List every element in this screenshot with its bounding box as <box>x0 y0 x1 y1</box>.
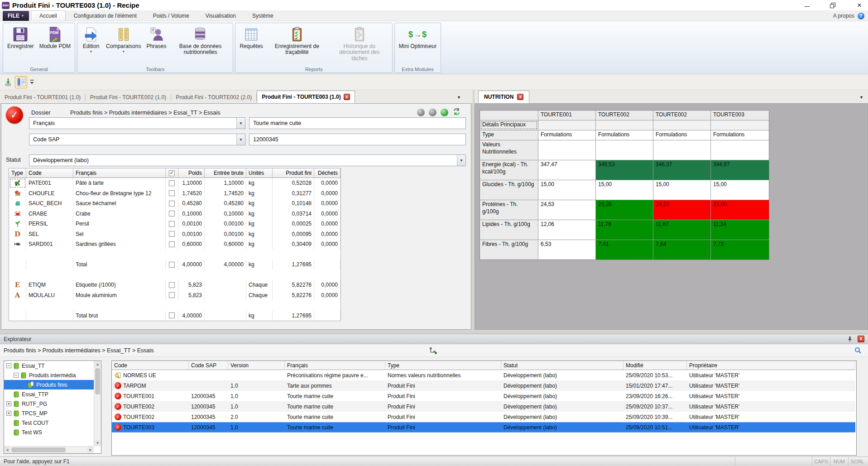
item-proprietaire[interactable]: Utilisateur 'MASTER' <box>687 391 855 401</box>
nutrition-value-cell[interactable]: 11,34 <box>711 220 769 240</box>
explorer-column-code[interactable]: Code <box>112 361 189 370</box>
item-francais[interactable]: Tourte marine cuite <box>285 422 385 432</box>
column-header-d-chets[interactable]: Déchets <box>314 168 340 178</box>
tree-item-test-cout[interactable]: Test COUT <box>4 418 94 428</box>
close-nutrition-tab-icon[interactable]: x <box>517 94 523 100</box>
item-proprietaire[interactable]: Utilisateur 'MASTER' <box>687 422 855 432</box>
item-version[interactable]: 1.0 <box>228 422 285 432</box>
item-proprietaire[interactable]: Utilisateur 'MASTER' <box>687 380 855 391</box>
nutrition-value-cell[interactable]: 347,47 <box>538 160 595 180</box>
item-code-sap[interactable]: 12000345 <box>189 391 228 401</box>
item-statut[interactable]: Développement (labo) <box>501 401 623 412</box>
nutrition-value-cell[interactable] <box>711 140 769 160</box>
help-icon[interactable]: ? <box>858 13 864 19</box>
nutrition-value-cell[interactable]: 15,00 <box>711 180 769 200</box>
nutrition-value-cell[interactable]: 15,00 <box>596 180 653 200</box>
nutrition-value-cell[interactable] <box>596 140 653 160</box>
nutrition-value-cell[interactable] <box>538 140 595 160</box>
item-statut[interactable]: Développement (labo) <box>501 370 623 380</box>
item-code-sap[interactable]: 12000345 <box>189 422 228 432</box>
row-checkbox[interactable] <box>169 221 175 227</box>
item-modifie[interactable]: 15/01/2020 17:47... <box>623 380 687 391</box>
item-type[interactable]: Produit Fini <box>385 380 501 391</box>
item-francais[interactable]: Tourte marine cuite <box>285 412 385 422</box>
menu-tab-accueil[interactable]: Accueil <box>31 10 66 21</box>
statut-combobox[interactable]: Développement (labo)▼ <box>29 154 466 166</box>
collapse-icon[interactable]: − <box>14 373 19 378</box>
explorer-column-fran-ais[interactable]: Français <box>285 361 385 370</box>
edition-button[interactable]: Edition▼ <box>79 24 103 67</box>
phrases-button[interactable]: Phrases <box>144 24 169 67</box>
nutrition-value-cell[interactable]: 7,41 <box>596 240 653 259</box>
grid-view-icon[interactable] <box>15 76 27 88</box>
item-francais[interactable]: Tarte aux pommes <box>285 380 385 391</box>
item-type[interactable]: Produit Fini <box>385 422 501 432</box>
nutrition-value-cell[interactable]: 15,00 <box>653 180 710 200</box>
code-sap-field[interactable]: 12000345 <box>249 134 466 145</box>
minimize-button[interactable] <box>803 2 811 9</box>
tab-list-dropdown-icon[interactable]: ▼ <box>457 95 461 100</box>
import-icon[interactable] <box>4 77 13 86</box>
chevron-down-icon[interactable]: ▼ <box>236 118 245 129</box>
item-type[interactable]: Normes valeurs nutritionnelles <box>385 370 501 380</box>
nutrition-value-cell[interactable]: 11,76 <box>596 220 653 240</box>
item-proprietaire[interactable]: Utilisateur 'MASTER' <box>687 370 855 380</box>
item-version[interactable]: 1.0 <box>228 380 285 391</box>
base-donnees-nutritionnelles-button[interactable]: Base de données nutritionnelles <box>169 24 231 67</box>
nutrition-value-cell[interactable]: 7,64 <box>653 240 710 259</box>
module-pdm-button[interactable]: PDMModule PDM <box>37 24 73 67</box>
item-code-sap[interactable]: 12000345 <box>189 401 228 412</box>
nutrition-value-cell[interactable]: Formulations <box>711 130 769 140</box>
menu-tab-poids-volume[interactable]: Poids / Volume <box>145 10 197 21</box>
column-header-code[interactable]: Code <box>26 168 73 178</box>
item-modifie[interactable]: 25/09/2020 10:39... <box>623 412 687 422</box>
nutrition-value-cell[interactable]: 7,72 <box>711 240 769 259</box>
toolbar-options-icon[interactable] <box>29 79 34 85</box>
row-checkbox[interactable] <box>169 282 175 288</box>
item-proprietaire[interactable]: Utilisateur 'MASTER' <box>687 412 855 422</box>
tree-item-produits-interm-dia[interactable]: −Produits intermédia <box>4 370 94 380</box>
tab-list-dropdown-icon[interactable]: ▼ <box>859 95 863 100</box>
item-francais[interactable]: Préconisations régime pauvre e... <box>285 370 385 380</box>
nutrition-value-cell[interactable] <box>711 120 769 130</box>
explorer-column-modifi[interactable]: Modifié <box>623 361 687 370</box>
nutrition-value-cell[interactable]: Formulations <box>596 130 653 140</box>
item-modifie[interactable]: 25/09/2020 10:53... <box>623 370 687 380</box>
scrollbar-thumb[interactable] <box>95 368 100 394</box>
about-link[interactable]: A propos <box>833 13 854 19</box>
search-icon[interactable] <box>854 346 862 356</box>
tree-item-produits-finis[interactable]: Produits finis <box>4 380 94 389</box>
nutrition-value-cell[interactable]: 25,35 <box>596 200 653 220</box>
column-header-type[interactable]: Type <box>9 168 26 178</box>
tree-vertical-scrollbar[interactable]: ▲ ▼ <box>94 361 101 446</box>
enregistrement-tracabilite-button[interactable]: Enregistrement de traçabilité <box>266 24 328 67</box>
status-sphere-icon[interactable] <box>429 109 436 116</box>
column-header-select[interactable] <box>166 168 178 178</box>
doc-tab-2[interactable]: Produit Fini - TOURTE002 (1.0) <box>86 91 171 103</box>
column-header-unit-s[interactable]: Unités <box>246 168 273 178</box>
explorer-column-code-sap[interactable]: Code SAP <box>189 361 228 370</box>
status-sphere-green-icon[interactable] <box>441 109 448 116</box>
item-code[interactable]: ✓TOURTE003 <box>112 422 189 432</box>
item-version[interactable]: 2.0 <box>228 412 285 422</box>
tree-item-essai-tt[interactable]: −Essai_TT <box>4 361 94 370</box>
item-code[interactable]: NORMES UE <box>112 370 189 380</box>
tree-item-rutf-pg[interactable]: +RUTF_PG <box>4 399 94 408</box>
close-button[interactable]: × <box>855 2 863 9</box>
row-checkbox[interactable] <box>169 201 175 207</box>
row-checkbox[interactable] <box>169 211 175 216</box>
code-sap-selector[interactable]: Code SAP▼ <box>29 134 245 145</box>
tree-item-test-ws[interactable]: Test WS <box>4 428 94 437</box>
scroll-right-icon[interactable]: ► <box>87 447 94 453</box>
file-menu-button[interactable]: FILE ▼ <box>3 11 29 21</box>
requetes-button[interactable]: Requêtes <box>237 24 265 67</box>
nutrition-value-cell[interactable] <box>596 120 653 130</box>
item-code-sap[interactable] <box>189 370 228 380</box>
nutrition-value-cell[interactable] <box>653 140 710 160</box>
tree-item-essai-ttp[interactable]: Essai_TTP <box>4 389 94 399</box>
row-checkbox[interactable] <box>169 241 175 247</box>
language-selector[interactable]: Français▼ <box>29 117 245 129</box>
scroll-down-icon[interactable]: ▼ <box>94 440 101 446</box>
explorer-column-type[interactable]: Type <box>385 361 501 370</box>
row-checkbox[interactable] <box>169 292 175 298</box>
